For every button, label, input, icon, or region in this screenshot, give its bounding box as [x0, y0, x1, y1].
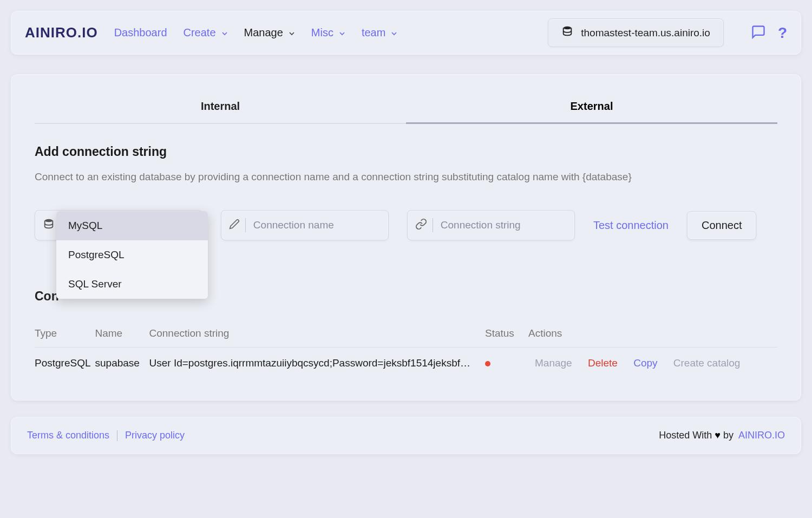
action-manage[interactable]: Manage [528, 357, 579, 369]
cell-status [485, 347, 528, 379]
nav-dashboard[interactable]: Dashboard [114, 27, 167, 39]
col-type: Type [35, 320, 95, 347]
footer-brand-link[interactable]: AINIRO.IO [738, 430, 785, 441]
action-delete[interactable]: Delete [581, 357, 624, 369]
tab-internal[interactable]: Internal [35, 90, 406, 123]
nav-create-label: Create [184, 27, 216, 39]
footer-privacy-link[interactable]: Privacy policy [125, 430, 185, 441]
db-type-dropdown: MySQL PostgreSQL SQL Server [56, 211, 208, 299]
nav-misc[interactable]: Misc [311, 27, 345, 39]
connection-name-input[interactable] [253, 219, 381, 231]
connect-button[interactable]: Connect [687, 211, 757, 240]
help-icon[interactable]: ? [778, 24, 787, 42]
cell-type: PostgreSQL [35, 347, 95, 379]
chevron-down-icon [220, 29, 228, 37]
footer-terms-link[interactable]: Terms & conditions [27, 430, 109, 441]
table-header-row: Type Name Connection string Status Actio… [35, 320, 777, 347]
dropdown-item-mysql[interactable]: MySQL [56, 211, 208, 240]
col-name: Name [95, 320, 149, 347]
footer-hosted: Hosted With [659, 430, 712, 441]
separator [245, 218, 246, 232]
team-chip[interactable]: thomastest-team.us.ainiro.io [548, 18, 724, 47]
database-icon [561, 25, 573, 40]
dropdown-item-sqlserver[interactable]: SQL Server [56, 270, 208, 299]
status-dot-icon [485, 361, 490, 366]
logo: AINIRO.IO [25, 24, 98, 41]
add-form: MySQL MySQL PostgreSQL SQL Server Test c… [35, 210, 777, 240]
svg-point-1 [45, 219, 53, 222]
separator [433, 218, 433, 232]
action-copy[interactable]: Copy [627, 357, 664, 369]
pencil-icon [229, 219, 240, 232]
team-chip-label: thomastest-team.us.ainiro.io [581, 27, 710, 39]
link-icon [415, 218, 427, 232]
dropdown-item-postgresql[interactable]: PostgreSQL [56, 240, 208, 270]
chat-icon[interactable] [751, 24, 766, 42]
nav-create[interactable]: Create [184, 27, 228, 39]
nav-manage-label: Manage [244, 27, 283, 39]
footer-right: Hosted With ♥ by AINIRO.IO [659, 430, 785, 441]
add-desc: Connect to an existing database by provi… [35, 171, 777, 183]
nav-dashboard-label: Dashboard [114, 27, 167, 39]
cell-cstring: User Id=postgres.iqrrmmtazuiiybqcsycd;Pa… [149, 347, 486, 379]
col-actions: Actions [528, 320, 777, 347]
chevron-down-icon [338, 29, 345, 37]
top-icons: ? [751, 24, 787, 42]
cell-actions: Manage Delete Copy Create catalog [528, 347, 777, 379]
topbar: AINIRO.IO Dashboard Create Manage Misc t… [11, 11, 801, 55]
database-icon [43, 218, 55, 232]
tab-external[interactable]: External [406, 90, 777, 124]
test-connection-button[interactable]: Test connection [593, 219, 669, 232]
action-create-catalog[interactable]: Create catalog [667, 357, 747, 369]
heart-icon: ♥ [715, 430, 723, 441]
chevron-down-icon [287, 29, 295, 37]
chevron-down-icon [390, 29, 397, 37]
add-title: Add connection string [35, 145, 777, 159]
col-cstring: Connection string [149, 320, 486, 347]
connection-string-field[interactable] [407, 210, 575, 240]
connection-name-field[interactable] [221, 210, 389, 240]
footer-by: by [723, 430, 734, 441]
separator [117, 430, 117, 441]
connections-table: Type Name Connection string Status Actio… [35, 320, 777, 379]
nav-misc-label: Misc [311, 27, 333, 39]
footer: Terms & conditions Privacy policy Hosted… [11, 417, 801, 454]
connection-string-input[interactable] [441, 219, 567, 231]
nav-team-label: team [362, 27, 385, 39]
col-status: Status [485, 320, 528, 347]
main-panel: Internal External Add connection string … [11, 74, 801, 401]
svg-point-0 [564, 27, 572, 30]
nav: Dashboard Create Manage Misc team [114, 27, 532, 39]
nav-manage[interactable]: Manage [244, 27, 295, 39]
footer-left: Terms & conditions Privacy policy [27, 430, 185, 441]
nav-team[interactable]: team [362, 27, 397, 39]
table-row: PostgreSQL supabase User Id=postgres.iqr… [35, 347, 777, 379]
tabs: Internal External [35, 90, 777, 124]
cell-name: supabase [95, 347, 149, 379]
